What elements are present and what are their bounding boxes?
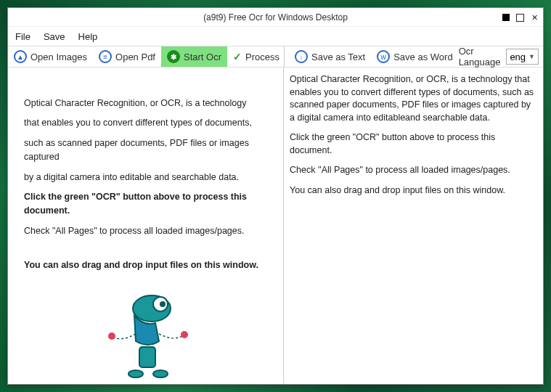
open-images-label: Open Images xyxy=(30,52,87,62)
close-icon[interactable] xyxy=(530,13,539,22)
toolbar-left: ▲ Open Images ≡ Open Pdf ✱ Start Ocr ✓ P… xyxy=(8,46,284,67)
doc-line-bold: Click the green "OCR" button above to pr… xyxy=(24,190,272,219)
toolbar-right: ↓ Save as Text w Save as Word Ocr Langua… xyxy=(284,46,543,67)
chevron-down-icon: ▼ xyxy=(528,53,535,60)
maximize-icon[interactable] xyxy=(515,13,524,22)
doc-line: by a digital camera into editable and se… xyxy=(24,171,272,184)
ocr-language-value: eng xyxy=(510,52,526,62)
download-icon: ↓ xyxy=(295,50,308,63)
robot-illustration xyxy=(24,279,272,384)
menu-help[interactable]: Help xyxy=(78,31,98,42)
ocr-language-select[interactable]: eng ▼ xyxy=(506,49,539,65)
check-icon: ✓ xyxy=(233,51,242,62)
process-checkbox[interactable]: ✓ Process xyxy=(227,46,284,67)
ocr-output-pane: Optical Character Recognition, or OCR, i… xyxy=(284,68,543,384)
save-as-text-button[interactable]: ↓ Save as Text xyxy=(289,46,371,67)
image-pane: Optical Character Recognition, or OCR, i… xyxy=(8,68,284,384)
save-as-word-label: Save as Word xyxy=(393,52,452,62)
start-ocr-button[interactable]: ✱ Start Ocr xyxy=(161,46,227,67)
ocr-line: Optical Character Recognition, or OCR, i… xyxy=(290,73,536,124)
ocr-output-text[interactable]: Optical Character Recognition, or OCR, i… xyxy=(284,68,543,211)
open-pdf-button[interactable]: ≡ Open Pdf xyxy=(93,46,161,67)
open-images-button[interactable]: ▲ Open Images xyxy=(8,46,93,67)
svg-point-4 xyxy=(108,332,115,340)
word-icon: w xyxy=(377,50,390,63)
app-window: (a9t9) Free Ocr for Windows Desktop File… xyxy=(7,7,544,385)
robot-icon xyxy=(94,279,203,384)
menu-file[interactable]: File xyxy=(15,31,30,42)
svg-point-7 xyxy=(153,370,168,377)
svg-point-6 xyxy=(128,370,143,377)
doc-line: Check "All Pages" to process all loaded … xyxy=(24,224,272,238)
ocr-line: Click the green "OCR" button above to pr… xyxy=(290,131,536,157)
svg-point-2 xyxy=(160,301,166,307)
document-preview: Optical Character Recognition, or OCR, i… xyxy=(8,68,283,384)
toolbar: ▲ Open Images ≡ Open Pdf ✱ Start Ocr ✓ P… xyxy=(8,46,543,68)
svg-point-5 xyxy=(181,331,188,338)
doc-line: that enables you to convert different ty… xyxy=(24,116,272,130)
image-icon: ▲ xyxy=(14,50,27,63)
ocr-language-label: Ocr Language xyxy=(459,46,507,68)
svg-rect-3 xyxy=(139,347,155,367)
minimize-icon[interactable] xyxy=(502,14,510,21)
ocr-icon: ✱ xyxy=(167,50,180,63)
ocr-line: You can also drag and drop input files o… xyxy=(290,184,536,197)
doc-line: Optical Character Recognition, or OCR, i… xyxy=(24,97,272,110)
window-title: (a9t9) Free Ocr for Windows Desktop xyxy=(203,12,348,23)
doc-line: such as scanned paper documents, PDF fil… xyxy=(24,136,272,165)
menu-save[interactable]: Save xyxy=(44,31,65,42)
start-ocr-label: Start Ocr xyxy=(184,52,221,62)
titlebar: (a9t9) Free Ocr for Windows Desktop xyxy=(8,8,543,27)
menubar: File Save Help xyxy=(8,27,543,46)
pdf-icon: ≡ xyxy=(99,50,112,63)
save-as-text-label: Save as Text xyxy=(311,52,365,62)
window-controls xyxy=(502,8,539,27)
process-label: Process xyxy=(245,52,279,62)
ocr-line: Check ''All Pages" to process all loaded… xyxy=(290,164,536,177)
save-as-word-button[interactable]: w Save as Word xyxy=(371,46,458,67)
open-pdf-label: Open Pdf xyxy=(115,52,155,62)
content: Optical Character Recognition, or OCR, i… xyxy=(8,68,543,384)
doc-line-bold: You can also drag and drop input files o… xyxy=(24,258,272,272)
